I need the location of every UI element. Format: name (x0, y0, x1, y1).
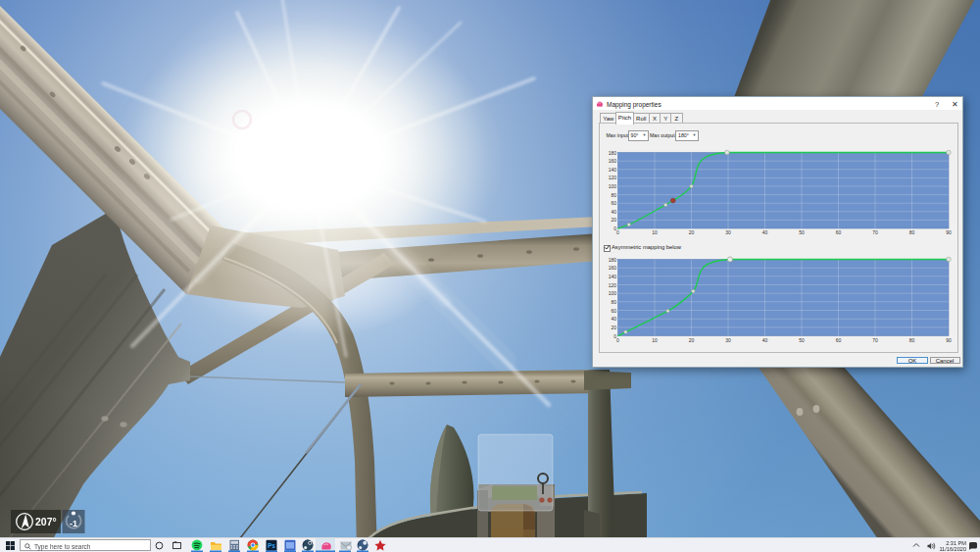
svg-text:80: 80 (611, 299, 616, 305)
svg-text:10: 10 (652, 337, 658, 343)
svg-text:50: 50 (799, 229, 805, 235)
svg-text:60: 60 (611, 308, 616, 314)
svg-text:90: 90 (946, 337, 952, 343)
svg-text:-1: -1 (70, 519, 77, 528)
svg-text:160: 160 (608, 265, 616, 271)
svg-text:40: 40 (761, 337, 767, 343)
svg-text:50: 50 (799, 337, 805, 343)
svg-text:40: 40 (761, 229, 767, 235)
svg-text:30: 30 (725, 229, 731, 235)
svg-text:80: 80 (611, 192, 616, 198)
svg-text:60: 60 (835, 229, 841, 235)
svg-text:60: 60 (835, 337, 841, 343)
svg-text:180: 180 (608, 257, 616, 263)
svg-text:100: 100 (608, 183, 616, 189)
svg-text:0: 0 (616, 229, 619, 235)
svg-text:40: 40 (611, 209, 616, 215)
svg-text:30: 30 (725, 337, 731, 343)
svg-text:70: 70 (872, 337, 878, 343)
svg-text:20: 20 (611, 325, 616, 330)
svg-text:0: 0 (616, 337, 619, 343)
svg-text:80: 80 (908, 337, 914, 343)
svg-text:120: 120 (608, 175, 616, 180)
svg-text:207°: 207° (35, 516, 57, 527)
svg-text:180: 180 (608, 150, 616, 156)
svg-text:70: 70 (872, 229, 878, 235)
svg-text:20: 20 (611, 217, 616, 223)
svg-text:140: 140 (608, 167, 616, 173)
svg-text:100: 100 (608, 290, 616, 296)
svg-text:40: 40 (611, 316, 616, 322)
svg-text:140: 140 (608, 274, 616, 279)
svg-text:90: 90 (946, 229, 952, 235)
svg-text:20: 20 (688, 337, 694, 343)
svg-text:160: 160 (608, 158, 616, 164)
svg-text:20: 20 (688, 229, 694, 235)
svg-text:60: 60 (611, 200, 616, 206)
svg-text:10: 10 (652, 229, 658, 235)
svg-text:80: 80 (908, 229, 914, 235)
svg-text:120: 120 (608, 282, 616, 288)
